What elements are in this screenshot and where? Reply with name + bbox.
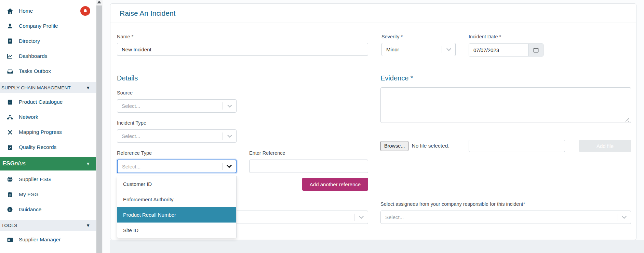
card-header: Raise An Incident bbox=[110, 4, 636, 23]
section-label: SUPPLY CHAIN MANAGEMENT bbox=[1, 85, 71, 90]
reference-type-select[interactable]: Select... bbox=[117, 160, 237, 173]
source-select[interactable]: Select... bbox=[117, 99, 237, 113]
sidebar-item-supplier-esg[interactable]: Supplier ESG bbox=[0, 172, 96, 187]
sidebar-item-mapping-progress[interactable]: Mapping Progress bbox=[0, 125, 96, 140]
incident-type-label: Incident Type bbox=[117, 120, 146, 126]
sidebar-item-label: Home bbox=[19, 8, 33, 14]
resize-grip-icon[interactable] bbox=[625, 118, 629, 122]
name-input[interactable] bbox=[117, 43, 368, 56]
sidebar-item-supplier-manager[interactable]: Supplier Manager bbox=[0, 232, 96, 247]
sidebar-section-supply-chain[interactable]: SUPPLY CHAIN MANAGEMENT ▼ bbox=[0, 82, 96, 93]
brand-label-italic: níus bbox=[15, 160, 26, 167]
assignees-placeholder: Select... bbox=[385, 214, 404, 220]
source-label: Source bbox=[117, 90, 133, 96]
sidebar-item-product-catalogue[interactable]: Product Catalogue bbox=[0, 94, 96, 110]
sidebar-item-label: Network bbox=[19, 114, 38, 120]
calendar-button[interactable] bbox=[528, 44, 543, 56]
add-file-button[interactable]: Add file bbox=[579, 140, 631, 152]
home-icon bbox=[6, 8, 13, 14]
sidebar-item-quality-records[interactable]: Quality Records bbox=[0, 140, 96, 155]
chart-icon bbox=[6, 53, 13, 60]
sidebar-item-label: Dashboards bbox=[19, 53, 48, 59]
sidebar-item-label: Supplier Manager bbox=[19, 237, 61, 243]
severity-value: Minor bbox=[386, 47, 399, 52]
file-status-text: No file selected. bbox=[412, 143, 449, 149]
sidebar-item-label: Quality Records bbox=[19, 144, 56, 150]
evidence-heading: Evidence * bbox=[380, 74, 413, 82]
globe-icon bbox=[6, 176, 13, 183]
sidebar-item-network[interactable]: Network bbox=[0, 110, 96, 125]
reference-type-placeholder: Select... bbox=[122, 164, 140, 169]
assignees-select[interactable]: Select... bbox=[380, 211, 631, 224]
dropdown-option[interactable]: Site ID bbox=[117, 223, 236, 238]
chevron-down-icon: ▼ bbox=[86, 223, 90, 228]
chevron-down-icon bbox=[446, 48, 451, 51]
file-picker: Browse... No file selected. bbox=[380, 141, 450, 151]
sidebar-item-my-esg[interactable]: My ESG bbox=[0, 187, 96, 202]
sidebar-item-label: Supplier ESG bbox=[19, 176, 51, 182]
sidebar-item-dashboards[interactable]: Dashboards bbox=[0, 49, 96, 64]
outbox-icon bbox=[6, 68, 13, 75]
scrollbar-thumb[interactable] bbox=[96, 5, 102, 253]
user-icon bbox=[6, 23, 13, 29]
sidebar-item-home[interactable]: Home bbox=[0, 3, 96, 18]
dropdown-option[interactable]: Enforcement Authority bbox=[117, 192, 236, 207]
dropdown-option[interactable]: Customer ID bbox=[117, 176, 236, 192]
sidebar-item-label: Directory bbox=[19, 38, 40, 44]
mapping-icon bbox=[6, 129, 13, 136]
section-label: TOOLS bbox=[1, 223, 17, 228]
chevron-down-icon bbox=[227, 135, 232, 138]
sidebar-section-tools[interactable]: TOOLS ▼ bbox=[0, 220, 96, 231]
scrollbar-up-arrow-icon[interactable] bbox=[97, 1, 101, 3]
incident-date-label: Incident Date * bbox=[469, 34, 501, 39]
chevron-down-icon: ▼ bbox=[86, 161, 90, 166]
vertical-scrollbar[interactable] bbox=[96, 0, 103, 253]
sidebar-item-directory[interactable]: Directory bbox=[0, 34, 96, 49]
calendar-icon bbox=[533, 47, 539, 53]
incident-date-input[interactable]: 07/07/2023 bbox=[469, 44, 528, 56]
sidebar-item-tasks-outbox[interactable]: Tasks Outbox bbox=[0, 64, 96, 79]
clipboard-list-icon bbox=[6, 191, 13, 198]
severity-label: Severity * bbox=[381, 34, 403, 39]
source-placeholder: Select... bbox=[122, 103, 140, 109]
incident-type-select[interactable]: Select... bbox=[117, 129, 237, 143]
enter-reference-label: Enter Reference bbox=[249, 150, 285, 156]
sidebar: Home Company Profile Directory Dashboard… bbox=[0, 0, 96, 253]
chevron-down-icon bbox=[622, 216, 627, 219]
incident-type-placeholder: Select... bbox=[122, 133, 140, 139]
details-heading: Details bbox=[117, 74, 138, 82]
sidebar-item-guidance[interactable]: Guidance bbox=[0, 202, 96, 217]
main-content: Raise An Incident Name * Severity * Mino… bbox=[103, 0, 644, 253]
app-window: Home Company Profile Directory Dashboard… bbox=[0, 0, 644, 253]
brand-label-bold: ESG bbox=[2, 160, 15, 167]
evidence-textarea[interactable] bbox=[380, 87, 631, 123]
chevron-down-icon bbox=[359, 216, 364, 219]
enter-reference-input[interactable] bbox=[249, 160, 368, 173]
info-icon bbox=[6, 206, 13, 213]
file-name-input[interactable] bbox=[469, 140, 565, 152]
page-title: Raise An Incident bbox=[120, 9, 175, 17]
chevron-down-icon bbox=[227, 104, 232, 107]
reference-type-label: Reference Type bbox=[117, 150, 152, 156]
bell-icon bbox=[83, 9, 88, 14]
directory-icon bbox=[6, 38, 13, 45]
notification-badge[interactable] bbox=[80, 6, 90, 16]
sidebar-brand-esgnius[interactable]: ESGníus ▼ bbox=[0, 157, 96, 170]
sidebar-item-company-profile[interactable]: Company Profile bbox=[0, 18, 96, 34]
raise-incident-card: Raise An Incident Name * Severity * Mino… bbox=[110, 3, 636, 240]
sidebar-item-label: Mapping Progress bbox=[19, 129, 62, 135]
reference-type-dropdown-list: Customer ID Enforcement Authority Produc… bbox=[117, 176, 237, 238]
page-background-strip bbox=[110, 240, 644, 253]
id-card-icon bbox=[6, 236, 13, 243]
sidebar-item-label: Company Profile bbox=[19, 23, 58, 29]
severity-select[interactable]: Minor bbox=[381, 43, 456, 56]
dropdown-option-highlighted[interactable]: Product Recall Number bbox=[117, 207, 236, 223]
add-another-reference-button[interactable]: Add another reference bbox=[302, 178, 368, 191]
sidebar-item-label: Product Catalogue bbox=[19, 99, 63, 105]
sidebar-item-label: Guidance bbox=[19, 206, 41, 213]
browse-button[interactable]: Browse... bbox=[380, 141, 408, 151]
sidebar-item-label: Tasks Outbox bbox=[19, 68, 51, 74]
name-label: Name * bbox=[117, 34, 133, 39]
catalogue-icon bbox=[6, 99, 13, 105]
chevron-down-icon: ▼ bbox=[86, 85, 90, 90]
